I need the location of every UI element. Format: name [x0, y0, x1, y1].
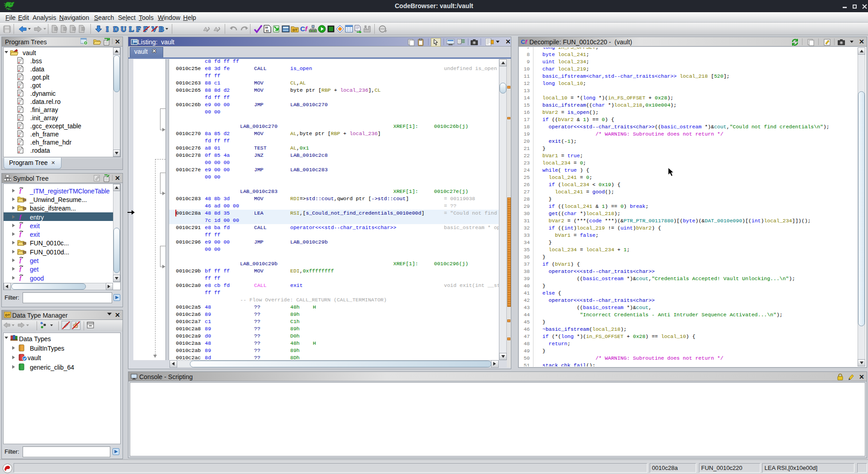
svg-text:DT: DT	[5, 313, 10, 317]
svg-text:f: f	[19, 213, 22, 220]
svg-text:01: 01	[266, 29, 269, 32]
svg-text:10: 10	[265, 26, 268, 29]
svg-text:DT: DT	[292, 28, 297, 32]
